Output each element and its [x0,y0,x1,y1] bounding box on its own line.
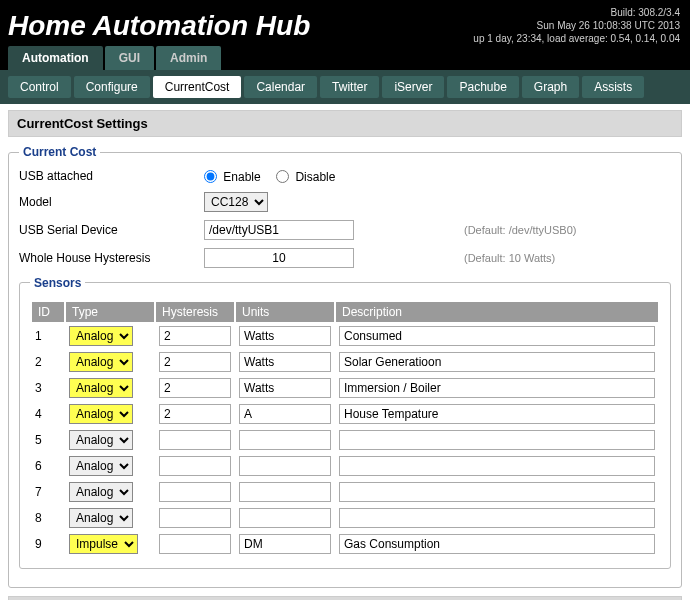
secondary-tabs: ControlConfigureCurrentCostCalendarTwitt… [0,70,690,104]
page-title: CurrentCost Settings [8,110,682,137]
subtab-assists[interactable]: Assists [582,76,644,98]
sensor-hysteresis-input[interactable] [159,534,231,554]
sensor-units-input[interactable] [239,508,331,528]
uptime-info: up 1 day, 23:34, load average: 0.54, 0.1… [473,32,680,45]
subtab-control[interactable]: Control [8,76,71,98]
sensors-table: ID Type Hysteresis Units Description 1An… [30,300,660,558]
sensor-type-select[interactable]: Analog [69,456,133,476]
sensor-id: 2 [31,349,65,375]
table-row: 3Analog [31,375,659,401]
col-id: ID [31,301,65,323]
sensor-hysteresis-input[interactable] [159,404,231,424]
usb-disable-radio[interactable] [276,170,289,183]
sensor-id: 5 [31,427,65,453]
sensor-type-select[interactable]: Analog [69,352,133,372]
usb-enable-radio[interactable] [204,170,217,183]
col-hys: Hysteresis [155,301,235,323]
sensor-units-input[interactable] [239,456,331,476]
subtab-currentcost[interactable]: CurrentCost [153,76,242,98]
sensor-id: 9 [31,531,65,557]
sensor-hysteresis-input[interactable] [159,378,231,398]
sensors-legend: Sensors [30,276,85,290]
sensor-units-input[interactable] [239,352,331,372]
usb-serial-row: USB Serial Device (Default: /dev/ttyUSB0… [19,220,671,240]
table-row: 1Analog [31,323,659,349]
sensor-description-input[interactable] [339,508,655,528]
sensors-fieldset: Sensors ID Type Hysteresis Units Descrip… [19,276,671,569]
sensor-description-input[interactable] [339,404,655,424]
sensor-hysteresis-input[interactable] [159,456,231,476]
hysteresis-row: Whole House Hysteresis (Default: 10 Watt… [19,248,671,268]
tab-gui[interactable]: GUI [105,46,154,70]
sensor-description-input[interactable] [339,534,655,554]
current-cost-legend: Current Cost [19,145,100,159]
sensor-description-input[interactable] [339,482,655,502]
sensor-description-input[interactable] [339,378,655,398]
sensor-type-select[interactable]: Impulse [69,534,138,554]
col-type: Type [65,301,155,323]
datetime-info: Sun May 26 10:08:38 UTC 2013 [473,19,680,32]
current-cost-fieldset: Current Cost USB attached Enable Disable… [8,145,682,588]
tab-admin[interactable]: Admin [156,46,221,70]
usb-attached-label: USB attached [19,169,204,183]
sensor-id: 8 [31,505,65,531]
sensor-id: 7 [31,479,65,505]
sensor-units-input[interactable] [239,404,331,424]
sensor-hysteresis-input[interactable] [159,352,231,372]
table-row: 4Analog [31,401,659,427]
table-row: 8Analog [31,505,659,531]
usb-disable-label[interactable]: Disable [295,170,335,184]
subtab-pachube[interactable]: Pachube [447,76,518,98]
sensor-type-select[interactable]: Analog [69,404,133,424]
sensor-description-input[interactable] [339,352,655,372]
sensor-id: 4 [31,401,65,427]
table-row: 2Analog [31,349,659,375]
sensor-type-select[interactable]: Analog [69,482,133,502]
usb-serial-input[interactable] [204,220,354,240]
build-info: Build: 308.2/3.4 [473,6,680,19]
usb-serial-hint: (Default: /dev/ttyUSB0) [464,224,577,236]
col-desc: Description [335,301,659,323]
model-select[interactable]: CC128 [204,192,268,212]
sensor-type-select[interactable]: Analog [69,326,133,346]
sensor-hysteresis-input[interactable] [159,508,231,528]
sensor-description-input[interactable] [339,430,655,450]
sensor-type-select[interactable]: Analog [69,508,133,528]
sensor-units-input[interactable] [239,534,331,554]
button-bar: Save Settings Cancel Changes [8,596,682,600]
sensor-units-input[interactable] [239,326,331,346]
sensor-type-select[interactable]: Analog [69,378,133,398]
sensor-hysteresis-input[interactable] [159,430,231,450]
subtab-configure[interactable]: Configure [74,76,150,98]
table-row: 6Analog [31,453,659,479]
sensor-description-input[interactable] [339,456,655,476]
sensor-id: 3 [31,375,65,401]
tab-automation[interactable]: Automation [8,46,103,70]
subtab-twitter[interactable]: Twitter [320,76,379,98]
model-label: Model [19,195,204,209]
usb-serial-label: USB Serial Device [19,223,204,237]
header: Home Automation Hub Build: 308.2/3.4 Sun… [0,0,690,70]
hysteresis-input[interactable] [204,248,354,268]
sensor-units-input[interactable] [239,430,331,450]
table-row: 9Impulse [31,531,659,557]
sensor-units-input[interactable] [239,378,331,398]
sensor-units-input[interactable] [239,482,331,502]
model-row: Model CC128 [19,192,671,212]
sensor-type-select[interactable]: Analog [69,430,133,450]
sensor-hysteresis-input[interactable] [159,482,231,502]
subtab-iserver[interactable]: iServer [382,76,444,98]
sensor-hysteresis-input[interactable] [159,326,231,346]
sensor-id: 6 [31,453,65,479]
system-info: Build: 308.2/3.4 Sun May 26 10:08:38 UTC… [473,6,680,45]
hysteresis-label: Whole House Hysteresis [19,251,204,265]
primary-tabs: AutomationGUIAdmin [8,46,223,70]
hysteresis-hint: (Default: 10 Watts) [464,252,555,264]
sensor-description-input[interactable] [339,326,655,346]
sensor-id: 1 [31,323,65,349]
table-row: 5Analog [31,427,659,453]
subtab-graph[interactable]: Graph [522,76,579,98]
usb-enable-label[interactable]: Enable [223,170,260,184]
subtab-calendar[interactable]: Calendar [244,76,317,98]
page-content: CurrentCost Settings Current Cost USB at… [0,104,690,600]
